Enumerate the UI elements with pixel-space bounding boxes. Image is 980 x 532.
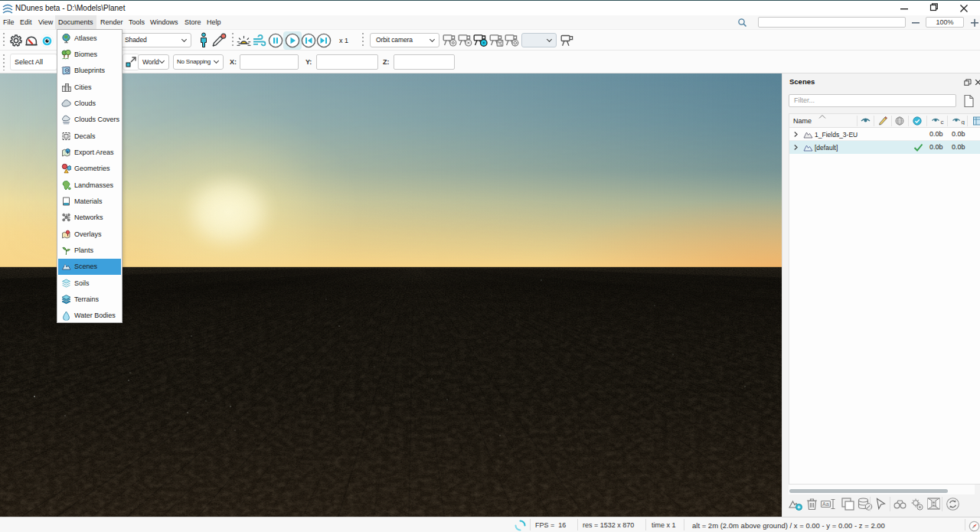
svg-text:Aa: Aa <box>822 501 829 507</box>
svg-text:c: c <box>941 119 944 126</box>
svg-text:g: g <box>962 119 965 126</box>
